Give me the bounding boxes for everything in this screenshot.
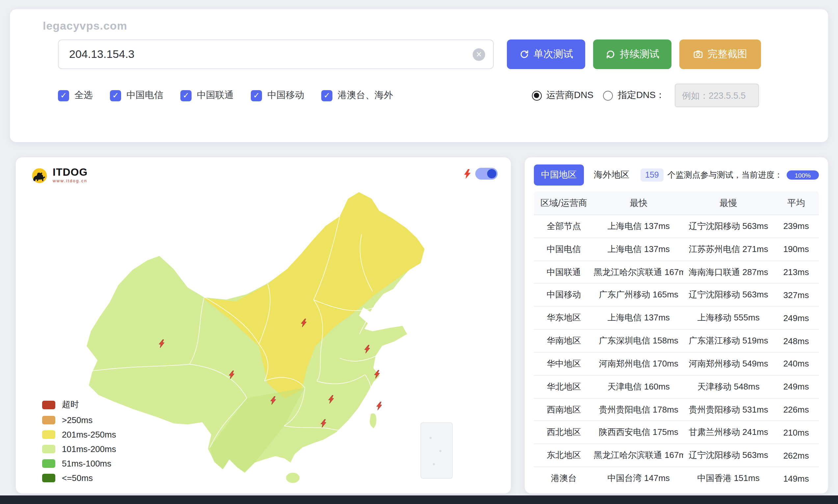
checkbox-label: 中国移动: [267, 89, 304, 101]
cell-region: 中国联通: [534, 266, 594, 278]
cell-average: 210ms: [773, 428, 819, 437]
cell-slowest: 辽宁沈阳移动 563ms: [684, 220, 773, 232]
dog-logo-icon: [29, 165, 49, 185]
custom-dns-input[interactable]: [675, 84, 759, 107]
taiwan-island: [369, 413, 377, 429]
legend-swatch: [42, 430, 55, 439]
hainan-island: [286, 472, 300, 483]
legend-item: >250ms: [42, 415, 116, 425]
cell-region: 港澳台: [534, 472, 594, 484]
cell-region: 东北地区: [534, 449, 594, 461]
target-input[interactable]: [58, 39, 494, 69]
test-input-row: ✕ 单次测试 持续测试: [58, 39, 828, 69]
watermark: legacyvps.com: [43, 20, 828, 33]
single-test-button[interactable]: 单次测试: [507, 39, 585, 69]
progress-bar: 100%: [787, 170, 819, 180]
cell-region: 中国电信: [534, 243, 594, 255]
cell-fastest: 广东深圳电信 158ms: [594, 335, 684, 347]
table-row: 东北地区 黑龙江哈尔滨联通 167ms 辽宁沈阳移动 563ms 262ms: [534, 445, 819, 467]
cell-slowest: 天津移动 548ms: [684, 381, 773, 393]
legend-swatch: [42, 416, 55, 425]
table-row: 中国移动 广东广州移动 165ms 辽宁沈阳移动 563ms 327ms: [534, 284, 819, 307]
checkbox-checked-icon[interactable]: ✓: [58, 90, 69, 101]
full-screenshot-button[interactable]: 完整截图: [679, 39, 761, 69]
cell-average: 240ms: [773, 359, 819, 369]
map-card: ITDOG www.itdog.cn: [16, 157, 511, 493]
checkbox-option[interactable]: ✓ 中国移动: [251, 89, 304, 101]
region-tabs: 中国地区 海外地区: [534, 164, 637, 185]
loop-icon: [605, 49, 615, 59]
cell-region: 华北地区: [534, 381, 594, 393]
legend-label: <=50ms: [62, 473, 93, 483]
dns-radio-group: 运营商DNS 指定DNS：: [532, 84, 759, 107]
cell-slowest: 上海移动 555ms: [684, 312, 773, 324]
cell-average: 262ms: [773, 450, 819, 460]
checkbox-checked-icon[interactable]: ✓: [321, 90, 333, 101]
cell-fastest: 黑龙江哈尔滨联通 167ms: [594, 266, 684, 278]
legend-label: 超时: [62, 399, 79, 411]
map-mode-toggle-group: [463, 168, 498, 180]
logo-title: ITDOG: [53, 167, 88, 177]
legend-item: <=50ms: [42, 473, 116, 483]
table-row: 华南地区 广东深圳电信 158ms 广东湛江移动 519ms 248ms: [534, 330, 819, 353]
progress-value: 100%: [795, 172, 811, 179]
cell-average: 213ms: [773, 267, 819, 277]
continuous-test-label: 持续测试: [620, 48, 659, 60]
custom-dns-radio[interactable]: 指定DNS：: [603, 89, 665, 101]
table-body: 全部节点 上海电信 137ms 辽宁沈阳移动 563ms 239ms 中国电信 …: [534, 215, 819, 489]
results-header: 中国地区 海外地区 159 个监测点参与测试，当前进度： 100%: [534, 157, 819, 185]
target-input-wrap: ✕: [58, 39, 494, 69]
cell-average: 327ms: [773, 290, 819, 300]
checkbox-option[interactable]: ✓ 全选: [58, 89, 93, 101]
cell-region: 华南地区: [534, 335, 594, 347]
checkbox-option[interactable]: ✓ 中国联通: [180, 89, 234, 101]
cell-slowest: 广东湛江移动 519ms: [684, 335, 773, 347]
table-row: 中国电信 上海电信 137ms 江苏苏州电信 271ms 190ms: [534, 238, 819, 261]
table-row: 西南地区 贵州贵阳电信 178ms 贵州贵阳移动 531ms 226ms: [534, 398, 819, 421]
legend-label: 201ms-250ms: [62, 430, 116, 439]
legend-item: 超时: [42, 399, 116, 411]
cell-region: 中国移动: [534, 289, 594, 301]
checkbox-option[interactable]: ✓ 港澳台、海外: [321, 89, 393, 101]
single-test-label: 单次测试: [534, 48, 573, 60]
cell-fastest: 贵州贵阳电信 178ms: [594, 404, 684, 415]
table-row: 华中地区 河南郑州电信 170ms 河南郑州移动 549ms 240ms: [534, 353, 819, 376]
checkbox-label: 中国电信: [126, 89, 163, 101]
refresh-icon: [519, 49, 529, 59]
checkbox-checked-icon[interactable]: ✓: [251, 90, 262, 101]
table-row: 西北地区 陕西西安电信 175ms 甘肃兰州移动 241ms 210ms: [534, 421, 819, 445]
lightning-icon: [463, 169, 471, 179]
region-tab[interactable]: 海外地区: [587, 164, 637, 185]
checkbox-checked-icon[interactable]: ✓: [180, 90, 192, 101]
cell-fastest: 上海电信 137ms: [594, 312, 684, 324]
south-china-sea-inset: [421, 423, 452, 478]
header-average: 平均: [773, 197, 819, 209]
progress-label: 个监测点参与测试，当前进度：: [667, 169, 783, 181]
header-slowest: 最慢: [684, 197, 773, 209]
cell-fastest: 广东广州移动 165ms: [594, 289, 684, 301]
legend-label: 101ms-200ms: [62, 444, 116, 454]
checkbox-option[interactable]: ✓ 中国电信: [110, 89, 163, 101]
header-region: 区域/运营商: [534, 197, 594, 209]
cell-fastest: 黑龙江哈尔滨联通 167ms: [594, 449, 684, 461]
radio-unselected-icon[interactable]: [603, 90, 613, 100]
continuous-test-button[interactable]: 持续测试: [593, 39, 672, 69]
cell-slowest: 辽宁沈阳移动 563ms: [684, 289, 773, 301]
cell-average: 190ms: [773, 244, 819, 254]
cell-slowest: 辽宁沈阳移动 563ms: [684, 449, 773, 461]
region-tab[interactable]: 中国地区: [534, 164, 584, 185]
legend-item: 201ms-250ms: [42, 430, 116, 439]
map-toggle-switch[interactable]: [475, 168, 498, 180]
carrier-dns-radio[interactable]: 运营商DNS: [532, 89, 593, 101]
checkbox-checked-icon[interactable]: ✓: [110, 90, 121, 101]
cell-average: 248ms: [773, 336, 819, 346]
clear-input-icon[interactable]: ✕: [473, 48, 485, 60]
full-screenshot-label: 完整截图: [708, 48, 747, 60]
legend-swatch: [42, 459, 55, 468]
radio-selected-icon[interactable]: [532, 90, 542, 100]
carrier-dns-label: 运营商DNS: [546, 89, 593, 101]
control-panel: legacyvps.com ✕ 单次测试 持续测试: [10, 9, 828, 142]
cell-fastest: 上海电信 137ms: [594, 220, 684, 232]
cell-fastest: 上海电信 137ms: [594, 243, 684, 255]
cell-fastest: 陕西西安电信 175ms: [594, 427, 684, 438]
